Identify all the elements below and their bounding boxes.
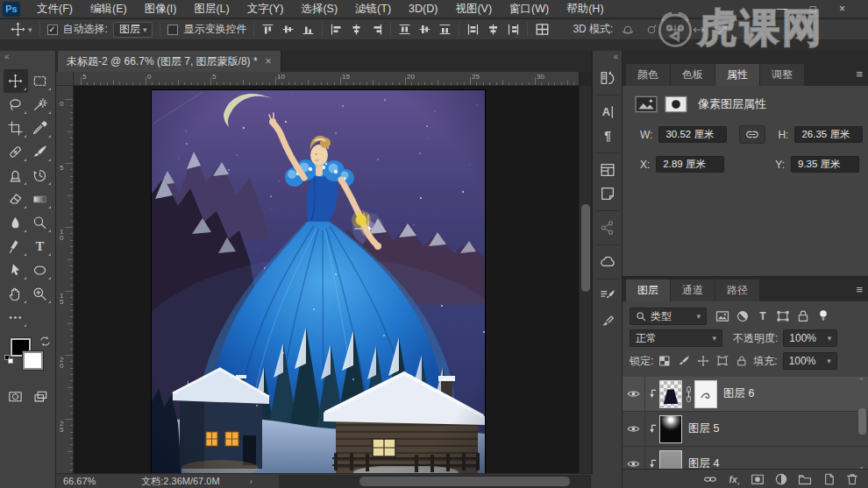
properties-tab-色板[interactable]: 色板 xyxy=(671,64,715,86)
new-group-icon[interactable] xyxy=(798,472,812,486)
clone-stamp-tool[interactable] xyxy=(4,164,28,187)
history-brush-tool[interactable] xyxy=(28,164,53,187)
align-top-icon[interactable] xyxy=(261,23,274,36)
properties-tab-调整[interactable]: 调整 xyxy=(760,64,804,86)
mask-link-icon[interactable] xyxy=(682,385,694,404)
menu-item-文字(Y)[interactable]: 文字(Y) xyxy=(238,0,293,18)
auto-select-target-dropdown[interactable]: 图层 ▾ xyxy=(113,22,153,38)
distribute-bottom-icon[interactable] xyxy=(438,23,452,36)
tool-presets-panel-icon[interactable] xyxy=(600,312,615,328)
fill-dropdown[interactable]: 100% ▾ xyxy=(783,352,837,370)
smart-object-filter-icon[interactable] xyxy=(796,309,810,323)
horizontal-scrollbar-thumb[interactable] xyxy=(359,477,570,486)
layer-style-icon[interactable]: fx xyxy=(727,472,741,486)
lasso-tool[interactable] xyxy=(4,93,28,117)
lock-transparent-icon[interactable] xyxy=(658,355,671,367)
align-bottom-icon[interactable] xyxy=(302,23,315,36)
collapse-panel-icon[interactable]: « xyxy=(0,51,55,64)
menu-item-滤镜(T)[interactable]: 滤镜(T) xyxy=(346,0,400,18)
menu-item-文件(F)[interactable]: 文件(F) xyxy=(28,0,82,18)
layer-mask-thumbnail[interactable] xyxy=(694,380,717,408)
vertical-ruler[interactable]: 051 01 52 02 53 0 xyxy=(56,86,74,473)
panel-menu-icon[interactable]: ≡ xyxy=(856,283,862,296)
menu-item-窗口(W)[interactable]: 窗口(W) xyxy=(501,0,558,18)
layers-tab-通道[interactable]: 通道 xyxy=(671,279,715,301)
path-select-tool[interactable] xyxy=(4,258,28,282)
type-tool[interactable]: T xyxy=(28,235,53,258)
magic-wand-tool[interactable] xyxy=(28,93,53,117)
blend-mode-dropdown[interactable]: 正常 ▾ xyxy=(630,329,722,347)
zoom-tool[interactable] xyxy=(28,282,53,306)
brush-settings-panel-icon[interactable] xyxy=(600,288,615,304)
close-tab-button[interactable]: × xyxy=(266,55,272,67)
vertical-scrollbar[interactable] xyxy=(579,86,591,473)
eyedropper-tool[interactable] xyxy=(28,117,53,140)
menu-item-编辑(E)[interactable]: 编辑(E) xyxy=(82,0,136,18)
maximize-button[interactable]: □ xyxy=(810,3,816,15)
swap-colors-icon[interactable] xyxy=(39,336,51,347)
layer-thumbnail[interactable] xyxy=(659,450,682,471)
pen-tool[interactable] xyxy=(4,235,28,258)
link-dimensions-button[interactable] xyxy=(739,125,765,144)
lock-position-icon[interactable] xyxy=(697,355,709,367)
visibility-toggle[interactable] xyxy=(623,412,645,446)
adjustment-layer-icon[interactable] xyxy=(774,472,788,486)
screen-mode-icon[interactable] xyxy=(33,389,48,404)
delete-layer-icon[interactable] xyxy=(845,472,859,486)
visibility-toggle[interactable] xyxy=(623,377,645,411)
align-right-icon[interactable] xyxy=(370,23,383,36)
more-tools[interactable] xyxy=(4,306,28,329)
gradient-tool[interactable] xyxy=(28,187,53,211)
healing-brush-tool[interactable] xyxy=(4,140,28,164)
vertical-scrollbar-thumb[interactable] xyxy=(581,204,590,292)
creative-cloud-icon[interactable] xyxy=(600,254,615,270)
pan-3d-icon[interactable] xyxy=(669,24,681,36)
layer-row[interactable]: 图层 4 xyxy=(623,447,868,470)
minimize-button[interactable]: — xyxy=(777,3,787,15)
properties-tab-颜色[interactable]: 颜色 xyxy=(626,64,670,86)
menu-item-帮助(H)[interactable]: 帮助(H) xyxy=(558,0,612,18)
distribute-left-icon[interactable] xyxy=(466,23,480,36)
auto-align-icon[interactable] xyxy=(535,22,550,37)
properties-tab-属性[interactable]: 属性 xyxy=(715,64,759,86)
collapse-dock-icon[interactable]: « xyxy=(593,51,622,63)
height-field[interactable]: 26.35 厘米 xyxy=(794,126,863,143)
lock-pixels-icon[interactable] xyxy=(678,355,690,367)
hand-tool[interactable] xyxy=(4,282,28,306)
distribute-vcenter-icon[interactable] xyxy=(418,23,431,36)
blur-tool[interactable] xyxy=(4,211,28,235)
libraries-panel-icon[interactable] xyxy=(600,162,615,178)
layer-row[interactable]: 图层 6 xyxy=(623,377,868,412)
panel-menu-icon[interactable]: ≡ xyxy=(856,67,862,81)
shape-tool[interactable] xyxy=(28,258,53,282)
menu-item-3D(D)[interactable]: 3D(D) xyxy=(400,0,446,18)
link-layers-icon[interactable] xyxy=(703,472,717,486)
layers-tab-图层[interactable]: 图层 xyxy=(626,279,670,301)
brush-tool[interactable] xyxy=(28,140,53,164)
horizontal-scrollbar[interactable] xyxy=(279,475,591,488)
menu-item-图像(I)[interactable]: 图像(I) xyxy=(136,0,186,18)
add-mask-icon[interactable] xyxy=(751,472,765,486)
status-chevron-icon[interactable]: › xyxy=(250,476,253,486)
show-transform-checkbox[interactable] xyxy=(167,25,178,35)
paragraph-panel-icon[interactable]: ¶ xyxy=(600,128,615,144)
background-color-swatch[interactable] xyxy=(23,351,43,370)
menu-item-图层(L)[interactable]: 图层(L) xyxy=(185,0,238,18)
opacity-dropdown[interactable]: 100% ▾ xyxy=(783,329,837,347)
scroll-up-icon[interactable]: ⌃ xyxy=(857,377,866,385)
lock-all-icon[interactable] xyxy=(736,355,748,367)
eraser-tool[interactable] xyxy=(4,187,28,211)
zoom-level-field[interactable]: 66.67% xyxy=(63,476,96,486)
distribute-right-icon[interactable] xyxy=(507,23,520,36)
x-field[interactable]: 2.89 厘米 xyxy=(656,156,724,173)
scale-3d-icon[interactable] xyxy=(716,24,729,36)
history-panel-icon[interactable] xyxy=(600,70,615,86)
distribute-hcenter-icon[interactable] xyxy=(487,23,500,36)
filter-toggle-icon[interactable] xyxy=(816,309,830,323)
distribute-top-icon[interactable] xyxy=(398,23,411,36)
width-field[interactable]: 30.52 厘米 xyxy=(658,126,727,143)
layer-row[interactable]: 图层 5 xyxy=(623,412,868,447)
crop-tool[interactable] xyxy=(4,117,28,140)
auto-select-checkbox[interactable]: ✓ xyxy=(47,25,58,35)
move-tool[interactable] xyxy=(4,69,28,93)
